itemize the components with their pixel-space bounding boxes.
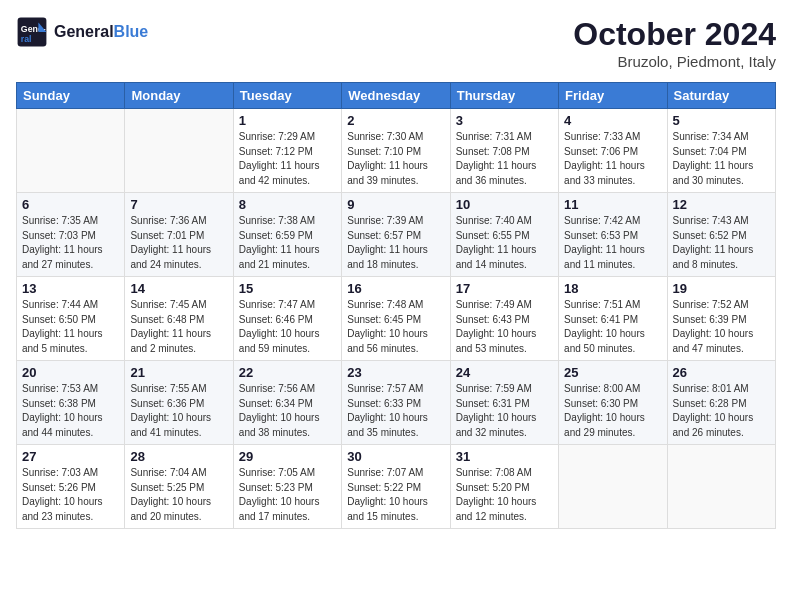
weekday-header-wednesday: Wednesday (342, 83, 450, 109)
cell-info: Sunrise: 7:57 AM Sunset: 6:33 PM Dayligh… (347, 382, 444, 440)
day-number: 25 (564, 365, 661, 380)
cell-info: Sunrise: 7:45 AM Sunset: 6:48 PM Dayligh… (130, 298, 227, 356)
calendar-cell (17, 109, 125, 193)
cell-info: Sunrise: 7:07 AM Sunset: 5:22 PM Dayligh… (347, 466, 444, 524)
calendar-cell: 25Sunrise: 8:00 AM Sunset: 6:30 PM Dayli… (559, 361, 667, 445)
day-number: 16 (347, 281, 444, 296)
weekday-header-saturday: Saturday (667, 83, 775, 109)
day-number: 15 (239, 281, 336, 296)
calendar-cell: 15Sunrise: 7:47 AM Sunset: 6:46 PM Dayli… (233, 277, 341, 361)
day-number: 5 (673, 113, 770, 128)
calendar-cell: 19Sunrise: 7:52 AM Sunset: 6:39 PM Dayli… (667, 277, 775, 361)
day-number: 9 (347, 197, 444, 212)
day-number: 2 (347, 113, 444, 128)
calendar-cell: 5Sunrise: 7:34 AM Sunset: 7:04 PM Daylig… (667, 109, 775, 193)
cell-info: Sunrise: 7:30 AM Sunset: 7:10 PM Dayligh… (347, 130, 444, 188)
cell-info: Sunrise: 7:59 AM Sunset: 6:31 PM Dayligh… (456, 382, 553, 440)
cell-info: Sunrise: 7:44 AM Sunset: 6:50 PM Dayligh… (22, 298, 119, 356)
cell-info: Sunrise: 7:51 AM Sunset: 6:41 PM Dayligh… (564, 298, 661, 356)
calendar-cell (559, 445, 667, 529)
cell-info: Sunrise: 7:29 AM Sunset: 7:12 PM Dayligh… (239, 130, 336, 188)
calendar-cell: 7Sunrise: 7:36 AM Sunset: 7:01 PM Daylig… (125, 193, 233, 277)
cell-info: Sunrise: 7:34 AM Sunset: 7:04 PM Dayligh… (673, 130, 770, 188)
day-number: 6 (22, 197, 119, 212)
calendar-cell: 13Sunrise: 7:44 AM Sunset: 6:50 PM Dayli… (17, 277, 125, 361)
day-number: 21 (130, 365, 227, 380)
day-number: 3 (456, 113, 553, 128)
calendar-cell (667, 445, 775, 529)
cell-info: Sunrise: 7:40 AM Sunset: 6:55 PM Dayligh… (456, 214, 553, 272)
calendar-cell: 22Sunrise: 7:56 AM Sunset: 6:34 PM Dayli… (233, 361, 341, 445)
day-number: 27 (22, 449, 119, 464)
calendar-cell (125, 109, 233, 193)
calendar-cell: 16Sunrise: 7:48 AM Sunset: 6:45 PM Dayli… (342, 277, 450, 361)
weekday-header-monday: Monday (125, 83, 233, 109)
calendar-cell: 8Sunrise: 7:38 AM Sunset: 6:59 PM Daylig… (233, 193, 341, 277)
day-number: 11 (564, 197, 661, 212)
day-number: 7 (130, 197, 227, 212)
calendar-cell: 2Sunrise: 7:30 AM Sunset: 7:10 PM Daylig… (342, 109, 450, 193)
cell-info: Sunrise: 7:49 AM Sunset: 6:43 PM Dayligh… (456, 298, 553, 356)
calendar-cell: 11Sunrise: 7:42 AM Sunset: 6:53 PM Dayli… (559, 193, 667, 277)
logo-line2: Blue (114, 23, 149, 40)
calendar-cell: 18Sunrise: 7:51 AM Sunset: 6:41 PM Dayli… (559, 277, 667, 361)
cell-info: Sunrise: 7:42 AM Sunset: 6:53 PM Dayligh… (564, 214, 661, 272)
cell-info: Sunrise: 7:33 AM Sunset: 7:06 PM Dayligh… (564, 130, 661, 188)
calendar-table: SundayMondayTuesdayWednesdayThursdayFrid… (16, 82, 776, 529)
cell-info: Sunrise: 7:31 AM Sunset: 7:08 PM Dayligh… (456, 130, 553, 188)
cell-info: Sunrise: 7:39 AM Sunset: 6:57 PM Dayligh… (347, 214, 444, 272)
week-row-3: 13Sunrise: 7:44 AM Sunset: 6:50 PM Dayli… (17, 277, 776, 361)
calendar-cell: 30Sunrise: 7:07 AM Sunset: 5:22 PM Dayli… (342, 445, 450, 529)
week-row-5: 27Sunrise: 7:03 AM Sunset: 5:26 PM Dayli… (17, 445, 776, 529)
cell-info: Sunrise: 7:55 AM Sunset: 6:36 PM Dayligh… (130, 382, 227, 440)
cell-info: Sunrise: 7:08 AM Sunset: 5:20 PM Dayligh… (456, 466, 553, 524)
day-number: 1 (239, 113, 336, 128)
day-number: 19 (673, 281, 770, 296)
week-row-1: 1Sunrise: 7:29 AM Sunset: 7:12 PM Daylig… (17, 109, 776, 193)
calendar-cell: 27Sunrise: 7:03 AM Sunset: 5:26 PM Dayli… (17, 445, 125, 529)
cell-info: Sunrise: 8:00 AM Sunset: 6:30 PM Dayligh… (564, 382, 661, 440)
day-number: 18 (564, 281, 661, 296)
day-number: 4 (564, 113, 661, 128)
cell-info: Sunrise: 7:05 AM Sunset: 5:23 PM Dayligh… (239, 466, 336, 524)
calendar-cell: 26Sunrise: 8:01 AM Sunset: 6:28 PM Dayli… (667, 361, 775, 445)
weekday-header-tuesday: Tuesday (233, 83, 341, 109)
calendar-cell: 20Sunrise: 7:53 AM Sunset: 6:38 PM Dayli… (17, 361, 125, 445)
cell-info: Sunrise: 7:47 AM Sunset: 6:46 PM Dayligh… (239, 298, 336, 356)
calendar-cell: 14Sunrise: 7:45 AM Sunset: 6:48 PM Dayli… (125, 277, 233, 361)
cell-info: Sunrise: 7:03 AM Sunset: 5:26 PM Dayligh… (22, 466, 119, 524)
day-number: 20 (22, 365, 119, 380)
day-number: 14 (130, 281, 227, 296)
day-number: 13 (22, 281, 119, 296)
cell-info: Sunrise: 7:56 AM Sunset: 6:34 PM Dayligh… (239, 382, 336, 440)
day-number: 26 (673, 365, 770, 380)
day-number: 10 (456, 197, 553, 212)
weekday-header-thursday: Thursday (450, 83, 558, 109)
calendar-cell: 4Sunrise: 7:33 AM Sunset: 7:06 PM Daylig… (559, 109, 667, 193)
cell-info: Sunrise: 7:43 AM Sunset: 6:52 PM Dayligh… (673, 214, 770, 272)
day-number: 23 (347, 365, 444, 380)
cell-info: Sunrise: 7:36 AM Sunset: 7:01 PM Dayligh… (130, 214, 227, 272)
calendar-cell: 28Sunrise: 7:04 AM Sunset: 5:25 PM Dayli… (125, 445, 233, 529)
day-number: 8 (239, 197, 336, 212)
day-number: 22 (239, 365, 336, 380)
day-number: 28 (130, 449, 227, 464)
cell-info: Sunrise: 7:38 AM Sunset: 6:59 PM Dayligh… (239, 214, 336, 272)
day-number: 29 (239, 449, 336, 464)
day-number: 30 (347, 449, 444, 464)
calendar-cell: 3Sunrise: 7:31 AM Sunset: 7:08 PM Daylig… (450, 109, 558, 193)
calendar-cell: 12Sunrise: 7:43 AM Sunset: 6:52 PM Dayli… (667, 193, 775, 277)
calendar-cell: 10Sunrise: 7:40 AM Sunset: 6:55 PM Dayli… (450, 193, 558, 277)
calendar-cell: 21Sunrise: 7:55 AM Sunset: 6:36 PM Dayli… (125, 361, 233, 445)
logo: Gene- ral GeneralBlue (16, 16, 148, 48)
calendar-cell: 31Sunrise: 7:08 AM Sunset: 5:20 PM Dayli… (450, 445, 558, 529)
day-number: 17 (456, 281, 553, 296)
weekday-header-row: SundayMondayTuesdayWednesdayThursdayFrid… (17, 83, 776, 109)
cell-info: Sunrise: 7:04 AM Sunset: 5:25 PM Dayligh… (130, 466, 227, 524)
cell-info: Sunrise: 7:53 AM Sunset: 6:38 PM Dayligh… (22, 382, 119, 440)
logo-text: GeneralBlue (54, 22, 148, 41)
location: Bruzolo, Piedmont, Italy (573, 53, 776, 70)
week-row-2: 6Sunrise: 7:35 AM Sunset: 7:03 PM Daylig… (17, 193, 776, 277)
cell-info: Sunrise: 8:01 AM Sunset: 6:28 PM Dayligh… (673, 382, 770, 440)
calendar-cell: 1Sunrise: 7:29 AM Sunset: 7:12 PM Daylig… (233, 109, 341, 193)
